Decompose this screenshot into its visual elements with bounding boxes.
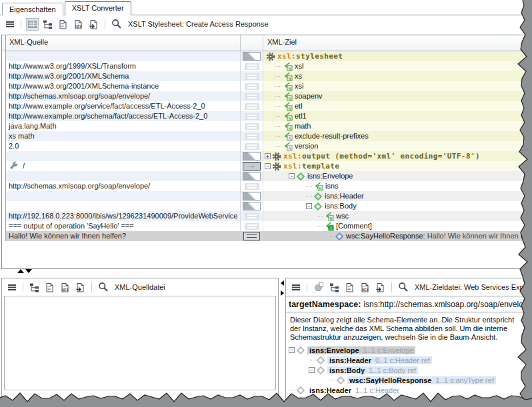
schema-tree-row[interactable]: - isns:Body 1..1 c:Body ref <box>286 365 532 375</box>
mapping-button[interactable] <box>243 172 261 181</box>
mapping-button[interactable] <box>245 223 259 230</box>
vertical-splitter[interactable] <box>279 278 285 407</box>
splitter-up-icon[interactable] <box>17 269 24 273</box>
source-cell[interactable]: 2.0 <box>6 141 241 151</box>
target-node[interactable]: isns:Header <box>263 191 532 201</box>
target-column-header[interactable]: XML-Ziel <box>263 35 532 51</box>
tree-view-icon[interactable] <box>328 281 341 294</box>
export-document-icon[interactable] <box>87 18 100 31</box>
document-icon[interactable] <box>57 18 69 31</box>
source-cell[interactable] <box>6 191 241 201</box>
menu-icon[interactable] <box>290 281 302 293</box>
target-node[interactable]: Nisns <box>263 181 532 191</box>
target-node[interactable]: Nsoapenv <box>263 91 532 101</box>
mapping-button[interactable] <box>245 63 259 70</box>
source-cell[interactable] <box>6 151 241 161</box>
target-node[interactable]: Aversion <box>263 141 532 151</box>
schema-tree-row[interactable]: isns:Header 1..1 c:Header <box>286 385 532 395</box>
expander-icon[interactable]: - <box>289 173 295 179</box>
mapping-button-selected[interactable] <box>243 232 260 240</box>
expander-icon[interactable]: - <box>306 203 312 209</box>
mapping-button[interactable] <box>245 93 259 100</box>
mapping-button[interactable] <box>245 83 259 90</box>
expander-icon[interactable]: - <box>265 163 271 169</box>
target-node[interactable]: +xsl:output (method='xml' encoding='UTF-… <box>263 151 532 161</box>
source-cell[interactable]: xs math <box>6 131 241 141</box>
source-cell[interactable]: http://www.w3.org/2001/XMLSchema-instanc… <box>6 81 241 91</box>
mapping-button[interactable] <box>245 133 259 140</box>
schema-tree-row[interactable]: + isns:Body 1..1 c:Body <box>286 395 532 405</box>
target-node[interactable]: Nmath <box>263 121 532 131</box>
schema-tree-row[interactable]: - isns:Envelope 1..1 c:Envelope <box>286 345 532 355</box>
splitter-right-icon[interactable] <box>281 290 284 296</box>
target-node[interactable]: xsl:stylesheet <box>263 51 532 61</box>
search-icon[interactable] <box>397 280 410 294</box>
source-cell[interactable]: http://www.example.org/service/fact/acce… <box>6 101 241 111</box>
source-cell[interactable]: java.lang.Math <box>6 121 241 131</box>
menu-icon[interactable] <box>6 281 18 293</box>
mapping-button[interactable] <box>243 192 261 201</box>
mapping-button[interactable] <box>245 143 259 150</box>
expander-icon[interactable]: + <box>265 153 271 159</box>
target-node[interactable]: -isns:Envelope <box>263 171 532 181</box>
tab-eigenschaften[interactable]: Eigenschaften <box>2 3 63 15</box>
source-cell[interactable]: http://www.w3.org/1999/XSL/Transform <box>6 61 241 71</box>
source-column-header[interactable]: XML-Quelle <box>6 35 241 51</box>
export-document-icon[interactable] <box>374 281 387 294</box>
mapping-arrow-button[interactable]: → <box>243 162 261 171</box>
expander-icon[interactable]: - <box>289 347 295 353</box>
transform-icon[interactable] <box>312 280 325 294</box>
source-cell[interactable]: / <box>6 161 241 171</box>
mapping-button[interactable] <box>245 123 259 130</box>
mapping-button[interactable] <box>245 103 259 110</box>
source-cell[interactable] <box>6 201 241 211</box>
target-node[interactable]: -xsl:template <box>263 161 532 171</box>
mapping-button[interactable] <box>243 202 261 210</box>
source-cell[interactable]: http://schemas.xmlsoap.org/soap/envelope… <box>6 91 241 101</box>
source-cell[interactable]: Hallo! Wie können wir Ihnen helfen? <box>6 231 241 241</box>
source-cell[interactable]: http://schemas.xmlsoap.org/soap/envelope… <box>6 181 241 191</box>
target-node[interactable]: Nxsi <box>263 81 532 91</box>
mapping-button[interactable] <box>245 113 259 120</box>
target-node[interactable]: Nxs <box>263 71 532 81</box>
mapping-button[interactable] <box>245 213 259 220</box>
source-cell[interactable]: http://www.example.org/schema/fact/acces… <box>6 111 241 121</box>
horizontal-splitter[interactable] <box>17 269 32 273</box>
expander-icon[interactable]: - <box>309 367 315 373</box>
hex-view-icon[interactable]: HEX <box>59 281 71 294</box>
document-icon[interactable] <box>343 281 356 294</box>
mapping-button[interactable] <box>243 152 261 161</box>
splitter-left-icon[interactable] <box>281 280 284 286</box>
source-cell[interactable]: http://192.168.0.223:8000/ibis/ws/129623… <box>6 211 241 221</box>
target-node[interactable]: wsc:SayHelloResponse : Hallo! Wie können… <box>263 231 532 241</box>
tree-view-icon[interactable] <box>41 18 54 31</box>
menu-icon[interactable] <box>4 18 16 30</box>
document-icon[interactable] <box>43 281 56 294</box>
target-namespace-value[interactable]: isns:http://schemas.xmlsoap.org/soap/env… <box>363 300 532 309</box>
mapping-button[interactable] <box>245 73 259 80</box>
tree-view-icon[interactable] <box>28 281 41 294</box>
mapping-button[interactable] <box>245 183 259 190</box>
expander-icon[interactable]: + <box>289 397 295 403</box>
mapping-button[interactable] <box>243 52 261 61</box>
target-node[interactable]: Aexclude-result-prefixes <box>263 131 532 141</box>
schema-tree-row[interactable]: wsc:SayHelloResponse 1..1 s:anyType ref <box>286 375 532 385</box>
source-cell[interactable] <box>6 51 241 61</box>
schema-tree-row[interactable]: isns:Header 0..1 c:Header ref <box>286 355 532 365</box>
search-icon[interactable] <box>97 280 110 294</box>
source-file-content[interactable] <box>4 296 276 390</box>
target-node[interactable]: ![Comment] <box>263 221 532 231</box>
hex-view-icon[interactable]: HEX <box>72 18 85 31</box>
target-node[interactable]: Nxsl <box>263 61 532 71</box>
table-view-icon[interactable] <box>26 18 39 31</box>
target-node[interactable]: Netl1 <box>263 111 532 121</box>
splitter-down-icon[interactable] <box>25 269 32 273</box>
source-cell[interactable] <box>6 171 241 181</box>
source-cell[interactable]: http://www.w3.org/2001/XMLSchema <box>6 71 241 81</box>
target-node[interactable]: Netl <box>263 101 532 111</box>
source-cell[interactable]: === output of operation 'SayHello' === <box>6 221 241 231</box>
tab-xslt-converter[interactable]: XSLT Converter <box>65 1 131 15</box>
export-document-icon[interactable] <box>74 281 87 294</box>
target-node[interactable]: -isns:Body <box>263 201 532 211</box>
target-node[interactable]: Nwsc <box>263 211 532 221</box>
